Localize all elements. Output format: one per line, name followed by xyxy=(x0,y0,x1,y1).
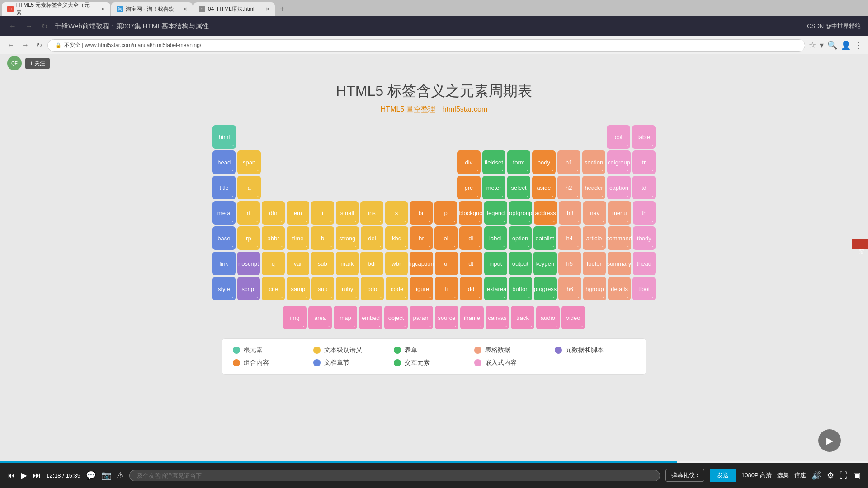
nav-back-button[interactable]: ← xyxy=(5,39,16,51)
user-icon[interactable]: 👤 xyxy=(841,40,851,50)
element-time[interactable]: time xyxy=(287,226,310,250)
element-small[interactable]: small xyxy=(336,201,359,225)
tab-1-close[interactable]: × xyxy=(101,5,105,13)
element-wbr[interactable]: wbr xyxy=(385,252,408,275)
element-h2[interactable]: h2 xyxy=(557,176,580,199)
element-optgroup[interactable]: optgroup xyxy=(509,201,532,225)
element-track[interactable]: track xyxy=(511,306,534,329)
nav-refresh-button[interactable]: ↻ xyxy=(34,39,44,52)
element-em[interactable]: em xyxy=(287,201,310,225)
element-tr[interactable]: tr xyxy=(632,150,656,174)
element-hgroup[interactable]: hgroup xyxy=(583,277,606,300)
element-summary[interactable]: summary xyxy=(608,252,631,275)
element-meter[interactable]: meter xyxy=(482,176,505,199)
element-h3[interactable]: h3 xyxy=(559,201,582,225)
element-aside[interactable]: aside xyxy=(532,176,555,199)
theater-icon[interactable]: ▣ xyxy=(853,470,861,480)
element-nav[interactable]: nav xyxy=(583,201,606,225)
element-img[interactable]: img xyxy=(283,306,307,329)
element-video[interactable]: video xyxy=(561,306,585,329)
comment-input[interactable] xyxy=(129,470,660,481)
fullscreen-icon[interactable]: ⛶ xyxy=(840,471,848,480)
element-body[interactable]: body xyxy=(532,150,555,174)
element-th[interactable]: th xyxy=(633,201,656,225)
element-head[interactable]: head xyxy=(212,150,236,174)
element-output[interactable]: output xyxy=(509,252,532,275)
element-label[interactable]: label xyxy=(484,226,507,250)
forward-button[interactable]: → xyxy=(24,20,34,32)
element-ul[interactable]: ul xyxy=(435,252,458,275)
element-strong[interactable]: strong xyxy=(336,226,359,250)
element-form[interactable]: form xyxy=(507,150,530,174)
quality-button[interactable]: 1080P 高清 xyxy=(741,471,772,479)
element-abbr[interactable]: abbr xyxy=(262,226,285,250)
element-param[interactable]: param xyxy=(410,306,433,329)
element-input[interactable]: input xyxy=(484,252,507,275)
element-progress[interactable]: progress xyxy=(534,277,557,300)
element-br[interactable]: br xyxy=(410,201,433,225)
element-b[interactable]: b xyxy=(311,226,334,250)
element-i[interactable]: i xyxy=(311,201,334,225)
refresh-button[interactable]: ↻ xyxy=(40,20,49,33)
element-address[interactable]: address xyxy=(534,201,557,225)
element-link[interactable]: link xyxy=(212,252,236,275)
tab-1[interactable]: H HTML5 元素标签含义大全（元素… × xyxy=(2,2,110,16)
play-overlay[interactable]: ▶ xyxy=(818,429,841,452)
element-datalist[interactable]: datalist xyxy=(533,226,557,250)
element-blockquote[interactable]: blockquo xyxy=(459,201,482,225)
element-dfn[interactable]: dfn xyxy=(262,201,285,225)
element-s[interactable]: s xyxy=(385,201,408,225)
element-td[interactable]: td xyxy=(632,176,656,199)
element-h5[interactable]: h5 xyxy=(558,252,581,275)
element-col[interactable]: col xyxy=(607,125,630,149)
back-button[interactable]: ← xyxy=(7,20,18,32)
select-button[interactable]: 选集 xyxy=(777,471,789,479)
element-pre[interactable]: pre xyxy=(457,176,480,199)
element-ruby[interactable]: ruby xyxy=(336,277,359,300)
element-mark[interactable]: mark xyxy=(336,252,359,275)
element-title[interactable]: title xyxy=(212,176,236,199)
element-textarea[interactable]: textarea xyxy=(484,277,507,300)
element-menu[interactable]: menu xyxy=(608,201,631,225)
element-button[interactable]: button xyxy=(509,277,532,300)
element-span[interactable]: span xyxy=(237,150,260,174)
element-select[interactable]: select xyxy=(507,176,530,199)
element-keygen[interactable]: keygen xyxy=(533,252,557,275)
element-figcaption[interactable]: figcaption xyxy=(410,252,433,275)
element-cite[interactable]: cite xyxy=(262,277,285,300)
menu-icon[interactable]: ▾ xyxy=(820,40,824,50)
settings-icon[interactable]: ⚙ xyxy=(827,470,834,480)
address-bar[interactable]: 🔒 不安全 | www.html5star.com/manual/html5la… xyxy=(47,39,805,52)
element-dd[interactable]: dd xyxy=(460,277,483,300)
element-caption[interactable]: caption xyxy=(607,176,630,199)
element-q[interactable]: q xyxy=(262,252,285,275)
nav-forward-button[interactable]: → xyxy=(20,39,31,51)
element-hr[interactable]: hr xyxy=(410,226,433,250)
warning-icon[interactable]: ⚠ xyxy=(117,470,124,480)
element-legend[interactable]: legend xyxy=(484,201,507,225)
element-figure[interactable]: figure xyxy=(410,277,433,300)
element-div[interactable]: div xyxy=(457,150,480,174)
element-dl[interactable]: dl xyxy=(459,226,482,250)
element-kbd[interactable]: kbd xyxy=(385,226,408,250)
element-script[interactable]: script xyxy=(237,277,260,300)
element-source[interactable]: source xyxy=(435,306,458,329)
element-header[interactable]: header xyxy=(582,176,605,199)
element-audio[interactable]: audio xyxy=(536,306,560,329)
volume-icon[interactable]: 🔊 xyxy=(811,470,821,480)
bullet-icon[interactable]: 💬 xyxy=(86,470,96,480)
element-var[interactable]: var xyxy=(287,252,310,275)
element-ol[interactable]: ol xyxy=(434,226,458,250)
element-h4[interactable]: h4 xyxy=(558,226,581,250)
element-a[interactable]: a xyxy=(237,176,260,199)
element-li[interactable]: li xyxy=(435,277,458,300)
element-meta[interactable]: meta xyxy=(212,201,236,225)
element-dt[interactable]: dt xyxy=(460,252,483,275)
element-del[interactable]: del xyxy=(361,226,384,250)
element-section[interactable]: section xyxy=(582,150,605,174)
send-button[interactable]: 发送 xyxy=(710,469,736,482)
element-thead[interactable]: thead xyxy=(633,252,656,275)
element-area[interactable]: area xyxy=(308,306,332,329)
element-article[interactable]: article xyxy=(583,226,606,250)
element-map[interactable]: map xyxy=(334,306,357,329)
